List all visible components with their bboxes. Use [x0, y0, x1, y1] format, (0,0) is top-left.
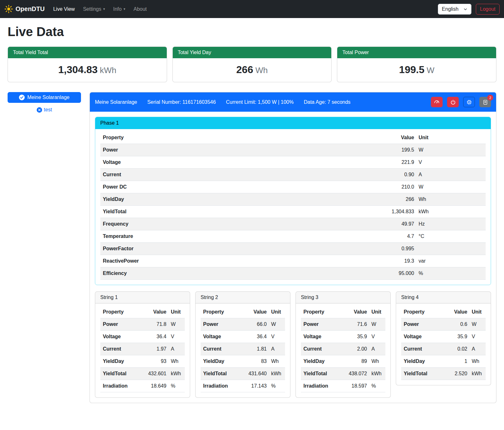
value-cell: 18.649 — [142, 383, 166, 389]
string-3-card: String 3 Property Value Unit — [296, 291, 391, 398]
nav-about[interactable]: About — [129, 4, 151, 15]
inverter-name: Meine Solaranlage — [95, 99, 137, 105]
string-1-header: String 1 — [95, 292, 190, 303]
unit-cell: W — [166, 321, 182, 327]
value-cell: 35.9 — [443, 334, 467, 340]
unit-cell: W — [367, 321, 383, 327]
table-row: YieldDay 83 Wh — [201, 355, 285, 368]
phase-table: Property Value Unit Power 199.5 — [100, 132, 486, 280]
table-row: Current 0.02 A — [401, 343, 486, 355]
total-yield-day-card: Total Yield Day 266Wh — [172, 47, 332, 82]
property-cell: Current — [103, 346, 142, 352]
string-1-card: String 1 Property Value Unit — [95, 291, 190, 398]
value-cell: 36.4 — [243, 334, 267, 340]
unit-cell: W — [414, 184, 483, 190]
device-info-button[interactable] — [463, 97, 475, 107]
table-row: Irradiation 18.597 % — [301, 380, 385, 392]
property-cell: YieldDay — [103, 358, 142, 364]
card-header: Total Yield Total — [8, 47, 167, 58]
unit-cell: V — [166, 334, 182, 340]
column-header-property: Property — [103, 309, 142, 315]
property-cell: YieldTotal — [303, 371, 343, 377]
table-row: YieldDay 1 Wh — [401, 355, 486, 368]
total-yield-day-value: 266 — [236, 64, 253, 75]
unit-cell: kWh — [166, 371, 182, 377]
string-2-header: String 2 — [196, 292, 290, 303]
column-header-value: Value — [343, 309, 367, 315]
brand-link[interactable]: OpenDTU — [4, 5, 45, 13]
table-header-row: Property Value Unit — [301, 306, 385, 318]
table-header-row: Property Value Unit — [201, 306, 285, 318]
value-cell: 19.3 — [370, 258, 414, 264]
string-4-table: Property Value Unit Power 0.6 — [401, 306, 486, 380]
string-4-card: String 4 Property Value Unit — [396, 291, 491, 385]
inverter-sidebar: Meine Solaranlage test — [8, 92, 81, 113]
table-row: YieldTotal 2.520 kWh — [401, 368, 486, 380]
unit-cell: V — [467, 334, 483, 340]
summary-cards-row: Total Yield Total 1,304.83kWh Total Yiel… — [8, 47, 496, 82]
column-header-unit: Unit — [166, 309, 182, 315]
unit-cell: Wh — [166, 358, 182, 364]
property-cell: Voltage — [103, 334, 142, 340]
value-cell: 2.520 — [443, 371, 467, 377]
nav-settings[interactable]: Settings ▾ — [79, 4, 109, 15]
table-row: YieldDay 89 Wh — [301, 355, 385, 368]
string-3-header: String 3 — [296, 292, 390, 303]
event-log-button[interactable]: 2 — [479, 97, 491, 107]
inverter-select-button[interactable]: Meine Solaranlage — [8, 92, 81, 103]
logout-button[interactable]: Logout — [476, 4, 500, 15]
sun-logo-icon — [4, 5, 13, 13]
x-circle-icon — [37, 107, 42, 113]
value-cell: 66.0 — [243, 321, 267, 327]
total-power-unit: W — [426, 65, 434, 75]
unit-cell: Wh — [267, 358, 283, 364]
nav-info[interactable]: Info ▾ — [109, 4, 129, 15]
table-header-row: Property Value Unit — [100, 306, 185, 318]
language-select[interactable]: English — [438, 4, 471, 15]
sidebar-item-test[interactable]: test — [8, 107, 81, 113]
table-row: Power 71.8 W — [100, 318, 185, 331]
table-header-row: Property Value Unit — [100, 132, 486, 144]
property-cell: Current — [203, 346, 243, 352]
unit-cell: var — [414, 258, 483, 264]
property-cell: YieldDay — [203, 358, 243, 364]
string-1-table: Property Value Unit Power 71. — [100, 306, 185, 392]
property-cell: Temperature — [103, 234, 370, 239]
table-row: Voltage 36.4 V — [100, 331, 185, 343]
property-cell: Voltage — [103, 159, 370, 165]
unit-cell: A — [467, 346, 483, 352]
limit-settings-button[interactable] — [431, 97, 443, 107]
unit-cell: Wh — [414, 196, 483, 202]
unit-cell: V — [267, 334, 283, 340]
table-row: Frequency 49.97 Hz — [100, 218, 486, 230]
table-row: Power 0.6 W — [401, 318, 486, 331]
column-header-value: Value — [370, 135, 414, 140]
value-cell: 199.5 — [370, 147, 414, 153]
table-row: Voltage 221.9 V — [100, 156, 486, 169]
total-yield-total-value: 1,304.83 — [58, 64, 98, 75]
value-cell: 1,304.833 — [370, 209, 414, 215]
event-count-badge: 2 — [487, 95, 493, 101]
power-button[interactable] — [447, 97, 459, 107]
column-header-value: Value — [142, 309, 166, 315]
property-cell: Current — [404, 346, 443, 352]
value-cell: 210.0 — [370, 184, 414, 190]
table-row: YieldTotal 432.601 kWh — [100, 368, 185, 380]
brand-label: OpenDTU — [16, 5, 45, 13]
property-cell: YieldDay — [103, 196, 370, 202]
string-4-table-body: Power 0.6 W Voltage 35.9 V — [401, 318, 486, 380]
inverter-select-label: Meine Solaranlage — [27, 95, 69, 100]
table-row: PowerFactor 0.995 — [100, 243, 486, 255]
cpu-icon — [466, 99, 472, 105]
table-row: Voltage 35.9 V — [401, 331, 486, 343]
property-cell: YieldDay — [303, 358, 343, 364]
property-cell: YieldDay — [404, 358, 443, 364]
total-power-card: Total Power 199.5W — [337, 47, 496, 82]
property-cell: Current — [303, 346, 343, 352]
phase-table-body: Power 199.5 W Voltage 221.9 V — [100, 144, 486, 280]
table-row: Current 2.00 A — [301, 343, 385, 355]
table-row: Power 199.5 W — [100, 144, 486, 156]
unit-cell: Hz — [414, 221, 483, 227]
unit-cell: A — [166, 346, 182, 352]
nav-live-view[interactable]: Live View — [49, 4, 79, 15]
